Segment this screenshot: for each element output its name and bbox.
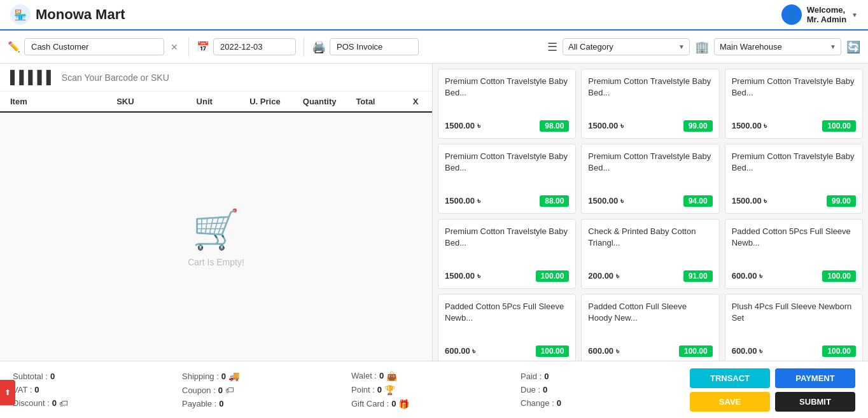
product-price: 200.00 ৳ [588,271,619,281]
customer-input[interactable] [24,38,164,55]
product-qty-badge: 100.00 [822,270,856,282]
product-bottom: 1500.00 ৳ 99.00 [732,195,856,207]
save-button[interactable]: SAVE [690,392,770,412]
left-panel: ▌▌▌▌▌ Item SKU Unit U. Price Quantity To… [0,64,433,361]
product-name: Padded Cotton 5Pcs Full Sleeve Newb... [445,301,569,324]
user-dropdown-arrow: ▼ [851,11,858,18]
header: 🏪 Monowa Mart 👤 Welcome, Mr. Admin ▼ [0,0,868,31]
product-name: Padded Cotton 5Pcs Full Sleeve Newb... [732,226,856,249]
product-price: 1500.00 ৳ [445,271,480,281]
product-name: Premium Cotton Travelstyle Baby Bed... [445,76,569,99]
coupon-label: Coupon : [182,386,216,395]
change-value: 0 [557,398,561,408]
product-price: 1500.00 ৳ [588,121,624,131]
refresh-button[interactable]: 🔄 [846,40,860,54]
product-card[interactable]: Premium Cotton Travelstyle Baby Bed... 1… [438,69,576,139]
toolbar-right: ☰ All Category ▼ 🏢 Main Warehouse ▼ 🔄 [547,38,860,55]
logo: 🏪 Monowa Mart [10,4,125,25]
product-card[interactable]: Padded Cotton 5Pcs Full Sleeve Newb... 6… [438,294,576,361]
warehouse-icon: 🏢 [695,40,709,54]
point-label: Point : [351,385,375,394]
cart-empty-text: Cart Is Empty! [188,257,244,267]
product-card[interactable]: Premium Cotton Travelstyle Baby Bed... 1… [438,144,576,214]
product-card[interactable]: Premium Cotton Travelstyle Baby Bed... 1… [725,69,863,139]
col-uprice-header: U. Price [249,97,303,106]
right-panel: Premium Cotton Travelstyle Baby Bed... 1… [433,64,868,361]
product-qty-badge: 88.00 [540,195,569,207]
side-icon[interactable]: ⬆ [0,380,15,405]
product-price: 1500.00 ৳ [732,121,767,131]
clear-customer-button[interactable]: ✕ [168,41,181,53]
product-qty-badge: 98.00 [540,120,569,132]
product-qty-badge: 99.00 [683,120,713,132]
footer-section-4: Paid : 0 Due : 0 Change : 0 [521,372,690,408]
giftcard-label: Gift Card : [351,399,389,408]
footer: Subtotal : 0 VAT : 0 Discount : 0 🏷 Ship… [0,361,868,418]
product-card[interactable]: Premium Cotton Travelstyle Baby Bed... 1… [438,219,576,289]
product-name: Premium Cotton Travelstyle Baby Bed... [445,226,569,249]
product-name: Check & Printed Baby Cotton Triangl... [588,226,712,249]
barcode-input[interactable] [62,73,422,83]
col-unit-header: Unit [197,97,250,106]
product-bottom: 600.00 ৳ 100.00 [732,270,856,282]
date-input[interactable] [213,38,296,55]
app-title: Monowa Mart [36,6,125,23]
product-price: 1500.00 ৳ [445,121,480,131]
product-qty-badge: 100.00 [822,345,856,357]
print-icon: 🖨️ [312,40,326,54]
subtotal-row: Subtotal : 0 [13,372,182,381]
product-card[interactable]: Premium Cotton Travelstyle Baby Bed... 1… [581,144,719,214]
table-header: Item SKU Unit U. Price Quantity Total X [0,92,432,113]
product-card[interactable]: Premium Cotton Travelstyle Baby Bed... 1… [725,144,863,214]
product-bottom: 1500.00 ৳ 88.00 [445,195,569,207]
product-qty-badge: 94.00 [683,195,713,207]
edit-icon: ✏️ [8,41,20,53]
product-card[interactable]: Padded Cotton Full Sleeve Hoody New... 6… [581,294,719,361]
vat-row: VAT : 0 [13,385,182,394]
product-card[interactable]: Premium Cotton Travelstyle Baby Bed... 1… [581,69,719,139]
product-card[interactable]: Plush 4Pcs Full Sleeve Newborn Set 600.0… [725,294,863,361]
subtotal-label: Subtotal : [13,372,48,381]
giftcard-row: Gift Card : 0 🎁 [351,399,521,409]
shipping-value: 0 [221,372,226,381]
point-value: 0 [377,385,382,394]
trnsact-button[interactable]: TRNSACT [690,368,770,388]
warehouse-select-wrapper: Main Warehouse ▼ [714,38,841,55]
product-qty-badge: 99.00 [827,195,856,207]
payable-row: Payable : 0 [182,399,351,408]
user-menu[interactable]: 👤 Welcome, Mr. Admin ▼ [781,4,858,25]
product-qty-badge: 91.00 [683,270,713,282]
category-select[interactable]: All Category [563,38,690,55]
wallet-row: Walet : 0 👜 [351,371,521,381]
product-price: 1500.00 ৳ [732,196,767,206]
footer-btn-row-2: SAVE SUBMIT [690,392,855,412]
cart-empty: 🛒 Cart Is Empty! [0,113,432,361]
invoice-input[interactable] [330,38,419,55]
product-card[interactable]: Padded Cotton 5Pcs Full Sleeve Newb... 6… [725,219,863,289]
product-bottom: 1500.00 ৳ 98.00 [445,120,569,132]
point-row: Point : 0 🏆 [351,385,521,395]
product-bottom: 1500.00 ৳ 99.00 [588,120,712,132]
coupon-value: 0 [218,386,223,395]
product-name: Plush 4Pcs Full Sleeve Newborn Set [732,301,856,324]
change-row: Change : 0 [521,398,690,408]
submit-button[interactable]: SUBMIT [775,392,855,412]
warehouse-select[interactable]: Main Warehouse [714,38,841,55]
product-bottom: 1500.00 ৳ 94.00 [588,195,712,207]
col-item-header: Item [10,97,116,106]
product-qty-badge: 100.00 [536,270,570,282]
logo-icon: 🏪 [10,4,31,25]
vat-label: VAT : [13,385,32,394]
coupon-row: Coupon : 0 🏷 [182,385,351,395]
user-info: Welcome, Mr. Admin [807,5,846,24]
product-price: 600.00 ৳ [445,346,475,356]
discount-value: 0 [52,398,57,408]
wallet-icon: 👜 [386,371,397,381]
product-card[interactable]: Check & Printed Baby Cotton Triangl... 2… [581,219,719,289]
invoice-group: 🖨️ [312,38,419,55]
divider-1 [188,38,189,57]
payment-button[interactable]: PAYMENT [775,368,855,388]
paid-value: 0 [544,372,549,381]
wallet-value: 0 [379,371,384,380]
product-qty-badge: 100.00 [822,120,856,132]
